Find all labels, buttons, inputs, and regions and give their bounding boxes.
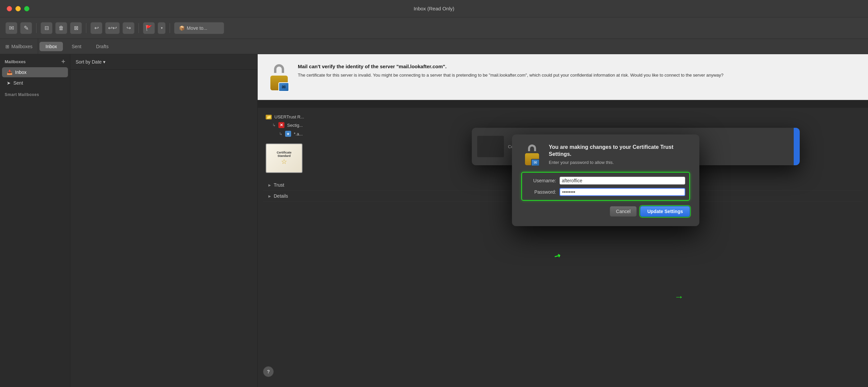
dialog-content: ✉ You are making changes to your Certifi…	[512, 134, 699, 226]
sort-bar: Sort by Date ▾	[70, 54, 257, 70]
move-trash-button[interactable]: ⊠	[70, 22, 82, 34]
dialog-header: ✉ You are making changes to your Certifi…	[521, 144, 690, 165]
flag-dropdown-button[interactable]: ▾	[158, 22, 166, 34]
chevron-down-icon: ▾	[161, 26, 163, 30]
dialog-buttons: Cancel Update Settings	[521, 206, 690, 219]
toolbar-separator-3	[138, 23, 139, 33]
toolbar-separator-2	[86, 23, 86, 33]
username-label: Username:	[526, 178, 556, 183]
cert-tree-item-0[interactable]: 📁 USERTrust R...	[263, 113, 863, 121]
toolbar-separator-4	[169, 23, 170, 33]
sent-icon: ➤	[7, 80, 11, 86]
cert-tree-label-1: Sectig...	[287, 123, 303, 128]
lock-body: ✉	[270, 75, 288, 90]
archive-button[interactable]: ⊟	[40, 22, 53, 34]
sidebar-section-label: Mailboxes	[5, 59, 26, 64]
bg-cert-placeholder	[477, 136, 504, 157]
reply-all-button[interactable]: ↩↩	[105, 22, 120, 34]
reply-all-icon: ↩↩	[108, 25, 117, 31]
blue-scrollbar[interactable]	[794, 128, 800, 165]
tab-drafts[interactable]: Drafts	[90, 42, 115, 51]
tree-arrow-2: ↳	[279, 131, 282, 136]
smart-section-label: Smart Mailboxes	[5, 92, 39, 97]
flag-button[interactable]: 🚩	[143, 22, 155, 34]
cert-tree-label-2: *.a...	[294, 131, 303, 136]
sidebar-icon: ⊞	[5, 44, 9, 49]
sidebar-sent-label: Sent	[13, 80, 23, 86]
toolbar-separator-1	[36, 23, 36, 33]
update-settings-button[interactable]: Update Settings	[640, 206, 690, 217]
dialog-lock-icon: ✉	[521, 144, 543, 165]
reply-button[interactable]: ↩	[90, 22, 102, 34]
password-row: Password: ••••••••	[526, 188, 685, 196]
password-input[interactable]: ••••••••	[559, 188, 685, 196]
sort-label-text: Sort by Date	[75, 59, 102, 65]
move-to-icon: 📦	[179, 25, 185, 31]
x-icon: ✕	[278, 122, 284, 128]
minimize-button[interactable]	[16, 6, 21, 11]
dialog-subtitle: Enter your password to allow this.	[549, 160, 690, 165]
trust-arrow-icon: ▶	[268, 183, 271, 187]
star-icon: ★	[285, 131, 291, 137]
cert-image: CertificateStandard ☆	[266, 143, 303, 173]
mailboxes-toggle-button[interactable]: ⊞ Mailboxes	[0, 39, 38, 54]
password-dialog: ✉ You are making changes to your Certifi…	[512, 134, 699, 226]
close-button[interactable]	[7, 6, 12, 11]
tree-arrow-1: ↳	[272, 123, 276, 127]
question-mark-icon: ?	[267, 369, 270, 374]
help-button[interactable]: ?	[263, 366, 274, 377]
tab-sent-label: Sent	[72, 44, 81, 49]
main-layout: Mailboxes + 📥 Inbox ➤ Sent Smart Mailbox…	[0, 54, 868, 387]
mailboxes-label: Mailboxes	[11, 44, 32, 49]
arrow-annotation-1: →	[674, 292, 684, 302]
trash-button[interactable]: 🗑	[55, 22, 67, 34]
tab-inbox[interactable]: Inbox	[39, 42, 63, 51]
sort-chevron-icon: ▾	[103, 59, 105, 65]
forward-button[interactable]: ↪	[122, 22, 134, 34]
dialog-text-section: You are making changes to your Certifica…	[549, 144, 690, 165]
dialog-lock-badge: ✉	[531, 159, 540, 166]
cancel-button[interactable]: Cancel	[610, 206, 637, 217]
details-arrow-icon: ▶	[268, 194, 271, 198]
message-list: Sort by Date ▾	[70, 54, 258, 387]
tab-inbox-label: Inbox	[45, 44, 57, 49]
sidebar-item-sent[interactable]: ➤ Sent	[2, 78, 68, 88]
maximize-button[interactable]	[24, 6, 29, 11]
username-input[interactable]: afteroffice	[559, 176, 685, 185]
cert-warning-title: Mail can't verify the identity of the se…	[298, 64, 859, 69]
mail-icon: ✉	[9, 24, 14, 32]
add-mailbox-button[interactable]: +	[61, 58, 65, 65]
lock-shackle	[274, 64, 284, 73]
dialog-lock-shackle	[528, 144, 536, 151]
move-trash-icon: ⊠	[74, 25, 78, 31]
reply-icon: ↩	[94, 25, 99, 31]
cert-warning-icon: ✉	[267, 64, 291, 90]
sidebar-item-inbox[interactable]: 📥 Inbox	[2, 67, 68, 77]
archive-icon: ⊟	[44, 25, 49, 31]
cert-warning-text: Mail can't verify the identity of the se…	[298, 64, 859, 90]
move-to-button[interactable]: 📦 Move to...	[174, 22, 224, 34]
dialog-lock-body: ✉	[525, 153, 539, 165]
trust-label: Trust	[274, 182, 284, 188]
flag-icon: 🚩	[146, 25, 152, 31]
details-label: Details	[274, 193, 288, 199]
sidebar-inbox-label: Inbox	[15, 70, 26, 75]
sort-by-date-button[interactable]: Sort by Date ▾	[75, 59, 105, 65]
window-title: Inbox (Read Only)	[413, 6, 455, 11]
cert-badge: ✉	[278, 82, 289, 92]
dialog-title: You are making changes to your Certifica…	[549, 144, 690, 158]
username-row: Username: afteroffice	[526, 176, 685, 185]
tab-sent[interactable]: Sent	[66, 42, 87, 51]
compose-icon: ✉	[5, 22, 18, 34]
content-area: ✉ Mail can't verify the identity of the …	[258, 54, 868, 387]
credentials-form: Username: afteroffice Password: ••••••••	[521, 172, 690, 201]
move-to-label: Move to...	[187, 25, 207, 31]
forward-icon: ↪	[126, 25, 131, 31]
trash-icon: 🗑	[59, 25, 64, 31]
cert-star: ☆	[281, 158, 287, 166]
tab-bar: ⊞ Mailboxes Inbox Sent Drafts	[0, 39, 868, 54]
cert-warning-body: The certificate for this server is inval…	[298, 72, 859, 78]
cert-warning-panel: ✉ Mail can't verify the identity of the …	[258, 54, 868, 100]
sidebar-section-header: Mailboxes +	[0, 54, 70, 67]
compose-button[interactable]: ✎	[20, 22, 32, 34]
